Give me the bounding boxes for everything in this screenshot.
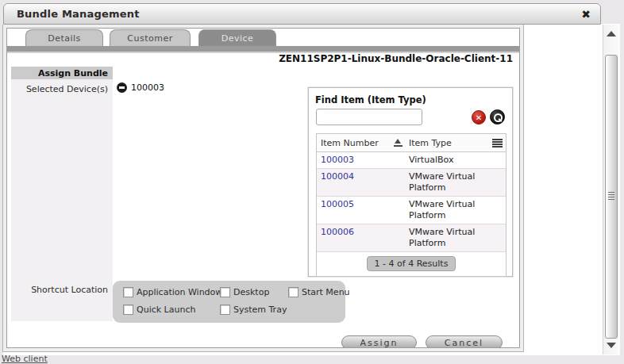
background-page-link: Web client (2, 354, 48, 364)
dialog-content: Details Customer Device ZEN11SP2P1-Linux… (6, 28, 520, 348)
item-number-link[interactable]: 100005 (317, 197, 406, 224)
checkbox-application-window[interactable]: Application Window (123, 287, 222, 297)
checkbox-system-tray[interactable]: System Tray (220, 305, 287, 315)
item-number-link[interactable]: 100003 (317, 152, 406, 168)
tab-details[interactable]: Details (25, 29, 103, 46)
bundle-name: ZEN11SP2P1-Linux-Bundle-Oracle-Client-11 (279, 53, 513, 64)
item-table: Item Number Item Type 100003 VirtualBox … (316, 133, 507, 277)
checkbox-label: Start Menu (302, 287, 350, 297)
desktop-checkbox[interactable] (220, 287, 230, 297)
scroll-up-icon[interactable] (607, 31, 616, 36)
checkbox-desktop[interactable]: Desktop (220, 287, 269, 297)
remove-device-icon[interactable] (117, 82, 127, 93)
dialog-body: Details Customer Device ZEN11SP2P1-Linux… (2, 25, 524, 352)
checkbox-start-menu[interactable]: Start Menu (288, 287, 350, 297)
table-row: 100004 VMware Virtual Platform (317, 169, 506, 197)
assign-button[interactable]: Assign (341, 335, 417, 348)
item-number-link[interactable]: 100006 (317, 224, 406, 251)
item-type-cell: VMware Virtual Platform (406, 169, 506, 196)
scrollbar-thumb[interactable] (605, 55, 618, 339)
search-icon[interactable] (490, 109, 505, 125)
item-table-header: Item Number Item Type (317, 134, 506, 152)
find-item-panel: Find Item (Item Type) ✕ Item Number Item… (308, 87, 513, 277)
shortcut-location-group: Application Window Desktop Start Menu Qu… (113, 281, 345, 323)
tab-customer[interactable]: Customer (110, 29, 191, 46)
item-type-column-header[interactable]: Item Type (409, 138, 452, 148)
vertical-scrollbar[interactable] (603, 25, 619, 354)
start-menu-checkbox[interactable] (288, 287, 299, 297)
table-row: 100005 VMware Virtual Platform (317, 197, 506, 224)
selected-devices-label: Selected Device(s) (26, 84, 108, 94)
checkbox-label: Application Window (137, 287, 222, 297)
close-icon[interactable]: ✖ (581, 7, 591, 21)
table-row: 100006 VMware Virtual Platform (317, 224, 506, 252)
label-column: Selected Device(s) Shortcut Location (11, 79, 113, 321)
item-number-column-header[interactable]: Item Number (321, 138, 379, 148)
table-row: 100003 VirtualBox (317, 152, 506, 169)
clear-search-icon[interactable]: ✕ (472, 110, 486, 125)
sort-ascending-icon[interactable] (394, 139, 403, 147)
dialog-titlebar: Bundle Management ✖ (3, 3, 601, 25)
item-type-cell: VMware Virtual Platform (406, 224, 506, 251)
tab-device[interactable]: Device (198, 29, 276, 46)
checkbox-label: Desktop (233, 287, 269, 297)
table-footer: 1 - 4 of 4 Results (317, 252, 506, 276)
dialog-title: Bundle Management (4, 8, 140, 20)
shortcut-location-label: Shortcut Location (31, 285, 108, 295)
application-window-checkbox[interactable] (123, 287, 133, 297)
find-item-input[interactable] (316, 109, 422, 125)
selected-device-row: 100003 (117, 82, 164, 93)
scroll-down-icon[interactable] (607, 343, 616, 348)
item-number-link[interactable]: 100004 (317, 169, 406, 196)
find-item-title: Find Item (Item Type) (315, 94, 506, 105)
assign-bundle-header: Assign Bundle (11, 67, 113, 79)
results-count-badge[interactable]: 1 - 4 of 4 Results (367, 256, 456, 271)
quick-launch-checkbox[interactable] (123, 305, 133, 315)
item-type-cell: VMware Virtual Platform (406, 197, 506, 224)
checkbox-quick-launch[interactable]: Quick Launch (123, 305, 195, 315)
checkbox-label: System Tray (233, 305, 287, 315)
scrollbar-grip-icon (608, 192, 614, 201)
checkbox-label: Quick Launch (137, 305, 195, 315)
system-tray-checkbox[interactable] (220, 305, 230, 315)
column-menu-icon[interactable] (492, 139, 503, 148)
tab-underline-bar (7, 46, 519, 52)
selected-device-id: 100003 (131, 82, 164, 93)
cancel-button[interactable]: Cancel (426, 335, 503, 348)
item-type-cell: VirtualBox (406, 152, 506, 168)
